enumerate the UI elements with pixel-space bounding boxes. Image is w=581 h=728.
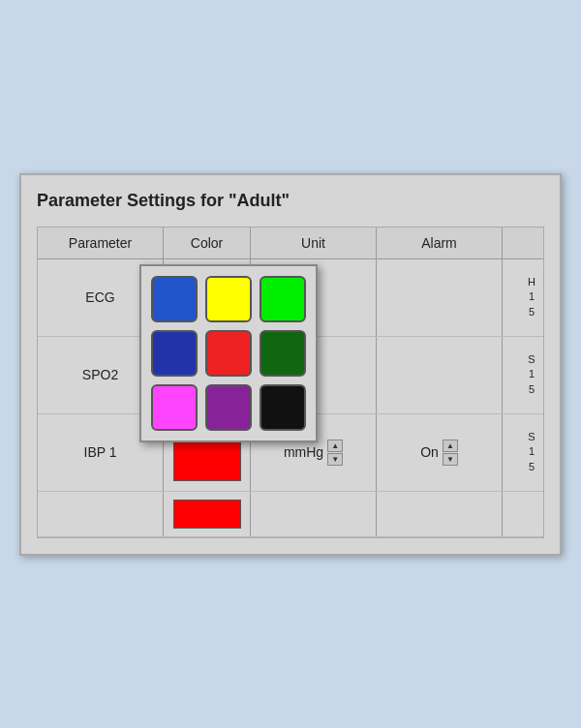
color-grid	[151, 276, 306, 431]
col-header-parameter: Parameter	[38, 228, 164, 258]
color-picker-popup	[139, 264, 318, 442]
bottom-color-cell[interactable]	[164, 492, 251, 536]
main-panel: Parameter Settings for "Adult" Parameter…	[19, 173, 562, 556]
spo2-label: SPO2	[82, 367, 118, 382]
ibp1-alarm-info: S 1 5	[528, 430, 535, 474]
spo2-alarm-cell	[377, 337, 503, 413]
ibp1-unit-down[interactable]: ▼	[327, 453, 343, 466]
col-header-alarm: Alarm	[377, 228, 503, 258]
col-header-extra	[503, 228, 544, 258]
ibp1-unit-up[interactable]: ▲	[327, 440, 343, 452]
col-header-color: Color	[164, 228, 251, 258]
ibp1-alarm-label: On	[420, 444, 439, 460]
color-option-blue[interactable]	[151, 276, 198, 322]
ibp1-extra-cell: S 1 5	[503, 414, 544, 491]
bottom-extra-cell	[503, 492, 544, 536]
spo2-alarm-info: S 1 5	[528, 352, 535, 397]
ibp1-alarm-down[interactable]: ▼	[443, 453, 458, 466]
ecg-extra-cell: H 1 5	[503, 259, 544, 336]
color-option-yellow[interactable]	[205, 276, 252, 322]
color-option-magenta[interactable]	[151, 384, 198, 431]
bottom-unit-cell	[251, 492, 377, 536]
ibp1-unit-spinner[interactable]: ▲ ▼	[327, 440, 343, 466]
ibp1-alarm-up[interactable]: ▲	[443, 440, 458, 452]
spo2-extra-cell: S 1 5	[503, 337, 544, 413]
ibp1-alarm-spinner[interactable]: ▲ ▼	[443, 440, 458, 466]
table-body: ECG H 1 5	[38, 259, 543, 537]
bottom-param-cell	[38, 492, 164, 536]
color-option-green-bright[interactable]	[260, 276, 306, 322]
ecg-alarm-cell	[377, 259, 503, 336]
color-option-dark-blue[interactable]	[151, 330, 198, 377]
col-header-unit: Unit	[251, 228, 377, 258]
ibp1-label: IBP 1	[84, 444, 117, 460]
table-header: Parameter Color Unit Alarm	[38, 228, 543, 259]
bottom-alarm-cell	[377, 492, 503, 536]
color-option-purple[interactable]	[205, 384, 252, 431]
ecg-label: ECG	[85, 289, 114, 305]
bottom-color-swatch[interactable]	[173, 500, 241, 529]
table-row	[38, 492, 543, 537]
color-option-red[interactable]	[205, 330, 252, 377]
parameter-table: Parameter Color Unit Alarm ECG H	[37, 227, 544, 538]
color-option-dark-green[interactable]	[260, 330, 306, 377]
ibp1-unit-label: mmHg	[284, 444, 323, 460]
page-title: Parameter Settings for "Adult"	[37, 191, 544, 211]
ecg-alarm-info: H 1 5	[528, 275, 535, 319]
color-option-black[interactable]	[260, 384, 306, 431]
ibp1-alarm-cell: On ▲ ▼	[377, 414, 503, 491]
